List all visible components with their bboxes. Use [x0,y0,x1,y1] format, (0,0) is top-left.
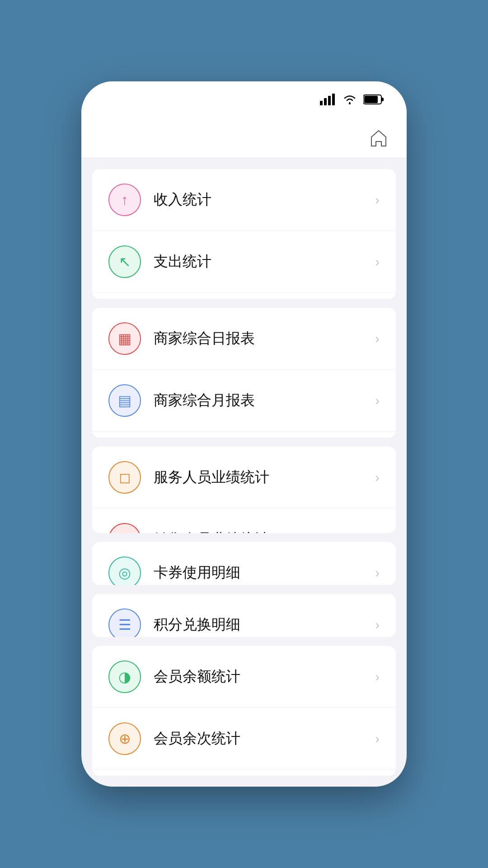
menu-item-monthly-report[interactable]: ▤商家综合月报表› [92,370,396,432]
menu-icon-expense-stats: ↖ [108,245,141,278]
menu-group-group6: ◑会员余额统计›⊕会员余次统计›◉会员积分统计› [92,646,396,776]
menu-label-income-stats: 收入统计 [154,190,375,210]
menu-icon-service-staff-stats: ◻ [108,461,141,494]
wifi-icon [342,94,358,105]
menu-label-expense-stats: 支出统计 [154,252,375,272]
menu-item-expense-stats[interactable]: ↖支出统计› [92,231,396,293]
menu-icon-income-stats: ↑ [108,184,141,216]
menu-arrow-sales-staff-stats: › [375,532,380,533]
menu-arrow-daily-report: › [375,331,380,346]
status-bar [81,81,407,118]
svg-rect-6 [381,98,384,101]
menu-arrow-monthly-report: › [375,393,380,408]
header [81,118,407,158]
menu-group-group4: ◎卡券使用明细› [92,542,396,585]
menu-label-service-staff-stats: 服务人员业绩统计 [154,467,375,487]
menu-icon-sales-staff-stats: ◼ [108,523,141,533]
svg-rect-0 [320,101,323,105]
menu-group-group3: ◻服务人员业绩统计›◼销售人员业绩统计› [92,447,396,533]
menu-item-income-stats[interactable]: ↑收入统计› [92,169,396,231]
menu-icon-daily-report: ▦ [108,322,141,355]
menu-item-member-points[interactable]: ◉会员积分统计› [92,770,396,776]
menu-arrow-expense-stats: › [375,254,380,269]
menu-item-card-usage[interactable]: ◎卡券使用明细› [92,542,396,585]
menu-group-group1: ↑收入统计›↖支出统计›↗营业额统计› [92,169,396,299]
menu-item-service-staff-stats[interactable]: ◻服务人员业绩统计› [92,447,396,509]
menu-arrow-card-usage: › [375,565,380,580]
svg-point-4 [349,103,351,104]
menu-icon-member-times: ⊕ [108,722,141,755]
phone-frame: ↑收入统计›↖支出统计›↗营业额统计›▦商家综合日报表›▤商家综合月报表›◫会员… [81,81,407,787]
menu-label-points-exchange: 积分兑换明细 [154,615,375,635]
menu-label-sales-staff-stats: 销售人员业绩统计 [154,529,375,533]
menu-label-member-times: 会员余次统计 [154,729,375,749]
signal-icon [320,94,336,105]
menu-arrow-points-exchange: › [375,617,380,632]
menu-arrow-member-balance: › [375,669,380,684]
menu-group-group2: ▦商家综合日报表›▤商家综合月报表›◫会员/散客消费对比› [92,308,396,438]
svg-rect-7 [364,96,378,103]
menu-group-group5: ☰积分兑换明细› [92,594,396,637]
svg-rect-2 [328,96,331,105]
menu-item-daily-report[interactable]: ▦商家综合日报表› [92,308,396,370]
menu-icon-points-exchange: ☰ [108,609,141,637]
menu-item-sales-staff-stats[interactable]: ◼销售人员业绩统计› [92,509,396,533]
menu-item-member-times[interactable]: ⊕会员余次统计› [92,708,396,770]
svg-rect-3 [332,94,335,105]
menu-label-monthly-report: 商家综合月报表 [154,391,375,410]
status-icons [320,94,384,105]
menu-label-daily-report: 商家综合日报表 [154,329,375,349]
svg-rect-1 [324,98,327,105]
menu-item-points-exchange[interactable]: ☰积分兑换明细› [92,594,396,637]
menu-label-card-usage: 卡券使用明细 [154,563,375,583]
menu-icon-monthly-report: ▤ [108,384,141,417]
menu-label-member-balance: 会员余额统计 [154,667,375,687]
home-icon [369,128,389,148]
menu-arrow-income-stats: › [375,192,380,208]
menu-item-member-compare[interactable]: ◫会员/散客消费对比› [92,432,396,438]
menu-item-member-balance[interactable]: ◑会员余额统计› [92,646,396,708]
menu-item-revenue-stats[interactable]: ↗营业额统计› [92,293,396,299]
menu-icon-member-balance: ◑ [108,660,141,693]
battery-icon [363,94,384,105]
menu-content: ↑收入统计›↖支出统计›↗营业额统计›▦商家综合日报表›▤商家综合月报表›◫会员… [81,158,407,787]
menu-arrow-service-staff-stats: › [375,470,380,485]
home-button[interactable] [361,128,389,148]
menu-icon-card-usage: ◎ [108,557,141,585]
menu-arrow-member-times: › [375,731,380,746]
